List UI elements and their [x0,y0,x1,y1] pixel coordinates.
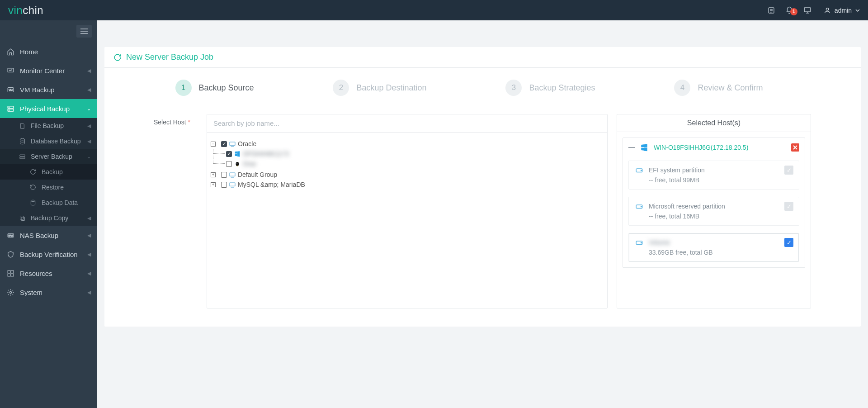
sidebar-item-home[interactable]: Home [0,42,97,61]
svg-text:VM: VM [9,88,13,91]
svg-rect-23 [8,270,10,273]
topbar: vinchin 1 admin [0,0,868,20]
sub2-label: Restore [42,184,64,191]
tree-node-linux[interactable]: Orac [211,159,604,169]
sub-item-database-backup[interactable]: Database Backup ◀ [0,133,97,149]
host-group-icon [229,141,236,147]
sidebar-item-nas[interactable]: NAS NAS Backup ◀ [0,226,97,245]
disk-icon [635,203,643,210]
sub2-item-restore[interactable]: Restore [0,180,97,195]
svg-point-7 [826,8,828,10]
sidebar-item-physical[interactable]: Physical Backup ⌄ [0,99,97,118]
host-group-icon [229,181,236,188]
linux-icon [234,161,241,167]
restore-icon [29,183,37,191]
panel: New Server Backup Job 1 Backup Source 2 … [104,47,861,327]
topbar-monitor-icon[interactable] [798,6,816,14]
expand-icon[interactable]: + [211,172,216,177]
svg-rect-16 [19,155,24,157]
selected-hosts-panel: Selected Host(s) WIN-O18FSIHHJ6G(172.18.… [617,114,811,308]
disk-icon [635,166,643,174]
partition-detail: -- free, total 99MB [649,176,705,184]
server-icon [6,104,14,113]
sub2-item-backup[interactable]: Backup [0,164,97,180]
tree-checkbox[interactable] [221,141,227,147]
partition-item[interactable]: Microsoft reserved partition -- free, to… [628,197,799,226]
nas-icon: NAS [6,231,14,239]
user-label: admin [835,7,852,14]
sub-label: Backup Copy [31,214,68,222]
tree-label: Orac [243,160,256,167]
svg-rect-25 [8,274,10,276]
gear-icon [6,288,14,296]
refresh-icon[interactable] [113,53,122,62]
tree-node-oracle[interactable]: − Oracle [211,139,604,149]
tree-checkbox[interactable] [226,161,232,167]
host-tree: − Oracle [207,133,607,196]
sub-label: Server Backup [31,153,72,160]
sidebar-label: System [20,289,42,296]
sidebar-item-system[interactable]: System ◀ [0,283,97,302]
partition-checkbox[interactable] [784,202,793,211]
server-icon [18,152,26,161]
main: New Server Backup Job 1 Backup Source 2 … [97,41,868,408]
sidebar-label: Physical Backup [20,105,70,113]
sidebar-label: Home [20,48,38,56]
tree-checkbox[interactable] [226,151,232,157]
home-icon [6,47,14,56]
user-menu[interactable]: admin [824,7,860,14]
svg-point-13 [9,107,9,107]
refresh-icon [29,168,37,176]
tree-node-default[interactable]: + Default Group [211,170,604,180]
sidebar-item-verify[interactable]: Backup Verification ◀ [0,245,97,264]
svg-point-38 [641,170,642,171]
partition-item[interactable]: EFI system partition -- free, total 99MB [628,161,799,190]
sub-item-backup-copy[interactable]: Backup Copy ◀ [0,210,97,226]
tree-checkbox[interactable] [221,182,227,188]
chevron-down-icon: ⌄ [87,106,91,112]
sidebar-item-vmbackup[interactable]: VM VM Backup ◀ [0,80,97,99]
svg-point-32 [238,163,238,163]
wizard-steps: 1 Backup Source 2 Backup Destination 3 B… [175,80,763,96]
tree-node-mysql[interactable]: + MySQL &amp; MariaDB [211,180,604,190]
vm-icon: VM [6,85,14,94]
step-2[interactable]: 2 Backup Destination [333,80,426,96]
file-icon [18,122,26,130]
svg-point-27 [9,291,11,293]
svg-point-31 [236,163,237,163]
partition-item[interactable]: Volume 33.69GB free, total GB [628,233,799,262]
collapse-icon[interactable] [628,147,635,148]
selected-host-name[interactable]: WIN-O18FSIHHJ6G(172.18.20.5) [654,144,748,151]
sidebar-item-monitor[interactable]: Monitor Center ◀ [0,61,97,80]
submenu-physical: File Backup ◀ Database Backup ◀ Server B… [0,118,97,226]
grid-icon [6,269,14,277]
remove-host-button[interactable] [791,143,799,152]
sub-item-server-backup[interactable]: Server Backup ⌄ [0,149,97,164]
collapse-icon[interactable]: − [211,142,216,147]
tree-checkbox[interactable] [221,172,227,178]
sub2-item-backup-data[interactable]: Backup Data [0,195,97,210]
topbar-bell-icon[interactable]: 1 [780,6,798,14]
page-title: New Server Backup Job [126,52,213,62]
tree-node-win[interactable]: OFSIHHI6C(172 [211,149,604,159]
partition-detail: 33.69GB free, total GB [649,249,713,256]
svg-rect-17 [19,157,24,159]
step-4[interactable]: 4 Review & Confirm [674,80,763,96]
sub-item-file-backup[interactable]: File Backup ◀ [0,118,97,133]
sidebar-item-resources[interactable]: Resources ◀ [0,264,97,283]
notif-badge: 1 [790,8,797,15]
step-1[interactable]: 1 Backup Source [175,80,254,96]
search-input[interactable] [207,114,607,133]
step-3[interactable]: 3 Backup Strategies [505,80,595,96]
partition-checkbox[interactable] [784,166,793,175]
topbar-notes-icon[interactable] [762,6,780,14]
sidebar-toggle[interactable] [76,25,92,38]
sidebar: Home Monitor Center ◀ VM VM Backup ◀ Phy… [0,20,97,408]
sidebar-label: Resources [20,270,52,277]
svg-text:NAS: NAS [8,234,13,237]
expand-icon[interactable]: + [211,182,216,187]
svg-rect-20 [20,216,24,219]
monitor-icon [6,66,14,75]
partition-checkbox[interactable] [784,238,793,247]
database-icon [18,137,26,145]
